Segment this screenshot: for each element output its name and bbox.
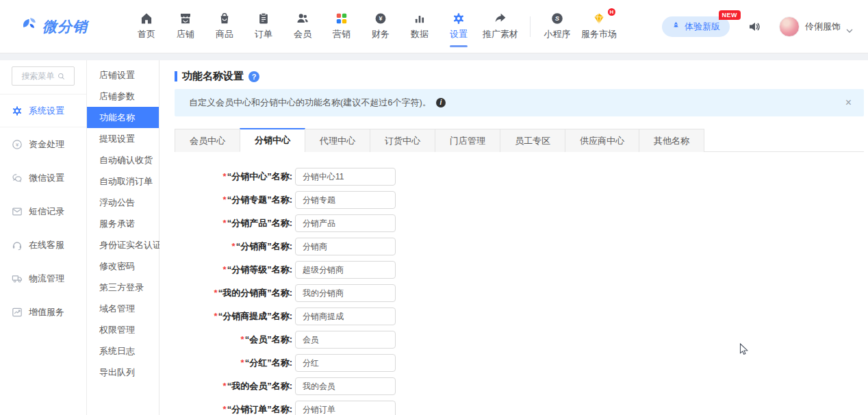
nav-item-label: 会员 [294, 28, 311, 40]
nav-item[interactable]: 店铺 [170, 12, 201, 40]
field-input[interactable] [295, 191, 396, 209]
center-tabs: 会员中心 分销中心 代理中心 订货中心 门店管理 员工专区 供应商中心 其他名称 [175, 128, 864, 152]
tab[interactable]: 其他名称 [639, 129, 704, 152]
field-input[interactable] [295, 238, 396, 255]
submenu-item[interactable]: 功能名称 [87, 107, 159, 128]
submenu-item[interactable]: 提现设置 [87, 128, 159, 149]
announcement-speaker-icon[interactable] [748, 20, 761, 34]
title-accent-bar [175, 71, 177, 81]
sidebar-item[interactable]: 物流管理 [0, 262, 86, 295]
submenu-item[interactable]: 身份证实名认证 [87, 234, 159, 255]
submenu-item[interactable]: 修改密码 [87, 255, 159, 277]
sidebar-item[interactable]: 系统设置 [0, 94, 86, 127]
submenu-item-label: 浮动公告 [99, 197, 135, 209]
field-input[interactable] [295, 377, 396, 395]
navbar-right-group: 体验新版 NEW 伶俐服饰 [662, 16, 853, 37]
marketing-grid-icon [335, 12, 348, 25]
nav-item[interactable]: 订单 [248, 12, 279, 40]
sidebar-item[interactable]: 在线客服 [0, 228, 86, 262]
sidebar-item[interactable]: 短信记录 [0, 194, 86, 228]
submenu-item[interactable]: 自动取消订单 [87, 171, 159, 192]
service-market-gem-icon [593, 12, 605, 25]
field-input[interactable] [295, 401, 396, 415]
help-question-icon[interactable]: ? [248, 71, 259, 82]
submenu-item-label: 修改密码 [99, 260, 135, 273]
field-input[interactable] [295, 331, 396, 349]
submenu-item[interactable]: 自动确认收货 [87, 149, 159, 171]
submenu-item-label: 功能名称 [99, 112, 135, 124]
nav-item-label: 订单 [255, 28, 272, 40]
tab[interactable]: 员工专区 [500, 129, 565, 152]
tab[interactable]: 代理中心 [305, 129, 370, 152]
sidebar-item[interactable]: 微信设置 [0, 161, 86, 194]
nav-item[interactable]: 数据 [405, 12, 435, 40]
info-circle-icon[interactable]: i [436, 98, 446, 108]
required-asterisk: * [214, 311, 218, 321]
submenu-item[interactable]: 店铺设置 [87, 64, 159, 86]
tab[interactable]: 门店管理 [435, 129, 500, 152]
submenu-item[interactable]: 第三方登录 [87, 277, 159, 298]
submenu-item[interactable]: 权限管理 [87, 319, 159, 340]
field-input[interactable] [295, 354, 396, 372]
tab[interactable]: 订货中心 [370, 129, 435, 152]
form-row: *“分销中心”名称: [175, 168, 864, 186]
submenu-item[interactable]: 系统日志 [87, 340, 159, 362]
sidebar-item[interactable]: ¥ 资金处理 [0, 127, 86, 161]
app-root: 微分销 首页 店铺 商品 订单 会员 营销 ¥ 财务 数据 [0, 0, 868, 415]
truck-icon [12, 273, 23, 284]
try-new-version-button[interactable]: 体验新版 NEW [662, 16, 730, 37]
sidebar-item[interactable]: 增值服务 [0, 295, 86, 329]
brand-logo-icon [21, 16, 38, 37]
rocket-icon [672, 21, 680, 32]
chevron-down-icon [846, 24, 853, 29]
nav-item[interactable]: 商品 [209, 12, 240, 40]
submenu-item[interactable]: 导出队列 [87, 362, 159, 383]
nav-item[interactable]: 服务市场 H [581, 12, 617, 40]
form-row: *“分红”名称: [175, 354, 864, 372]
sidebar-item-label: 物流管理 [29, 273, 64, 285]
required-asterisk: * [223, 171, 227, 181]
nav-item[interactable]: 设置 [444, 12, 474, 40]
nav-item-label: 推广素材 [483, 28, 518, 40]
submenu-item[interactable]: 服务承诺 [87, 213, 159, 234]
page-title-row: 功能名称设置 ? [175, 70, 864, 83]
field-input[interactable] [295, 284, 396, 302]
nav-item[interactable]: 营销 [327, 12, 357, 40]
submenu-item-label: 权限管理 [99, 324, 135, 336]
sidebar-item-label: 在线客服 [29, 239, 64, 251]
submenu-item[interactable]: 浮动公告 [87, 192, 159, 213]
miniprogram-icon: S [551, 12, 563, 25]
account-menu[interactable]: 伶俐服饰 [779, 16, 853, 37]
submenu-item[interactable]: 域名管理 [87, 298, 159, 319]
nav-item[interactable]: 会员 [288, 12, 318, 40]
svg-text:¥: ¥ [379, 15, 382, 22]
nav-item[interactable]: 首页 [131, 12, 162, 40]
tab[interactable]: 会员中心 [175, 129, 240, 152]
submenu-item[interactable]: 店铺参数 [87, 86, 159, 107]
banner-close-icon[interactable]: × [845, 97, 852, 108]
field-label: *“会员”名称: [175, 334, 292, 346]
submenu-item-label: 域名管理 [99, 303, 135, 315]
field-input[interactable] [295, 168, 396, 186]
avatar [779, 16, 800, 37]
field-label: *“分销商”名称: [175, 240, 292, 253]
nav-item[interactable]: S 小程序 [542, 12, 572, 40]
nav-item-label: 财务 [372, 28, 390, 40]
menu-search-input[interactable] [12, 66, 75, 86]
nav-item-label: 设置 [450, 28, 468, 40]
field-input[interactable] [295, 307, 396, 325]
field-input[interactable] [295, 214, 396, 232]
nav-item[interactable]: ¥ 财务 [366, 12, 396, 40]
orders-clipboard-icon [257, 12, 270, 25]
nav-item[interactable]: 推广素材 [483, 12, 518, 40]
wechat-icon [12, 173, 23, 184]
required-asterisk: * [232, 241, 235, 251]
submenu-item-label: 提现设置 [99, 133, 135, 145]
field-label: *“分销订单”名称: [175, 403, 292, 415]
brand-logo[interactable]: 微分销 [21, 16, 122, 37]
tab[interactable]: 分销中心 [240, 128, 305, 152]
field-input[interactable] [295, 261, 396, 279]
submenu-item-label: 身份证实名认证 [99, 239, 162, 251]
nav-item-label: 店铺 [177, 28, 194, 40]
tab[interactable]: 供应商中心 [565, 129, 639, 152]
